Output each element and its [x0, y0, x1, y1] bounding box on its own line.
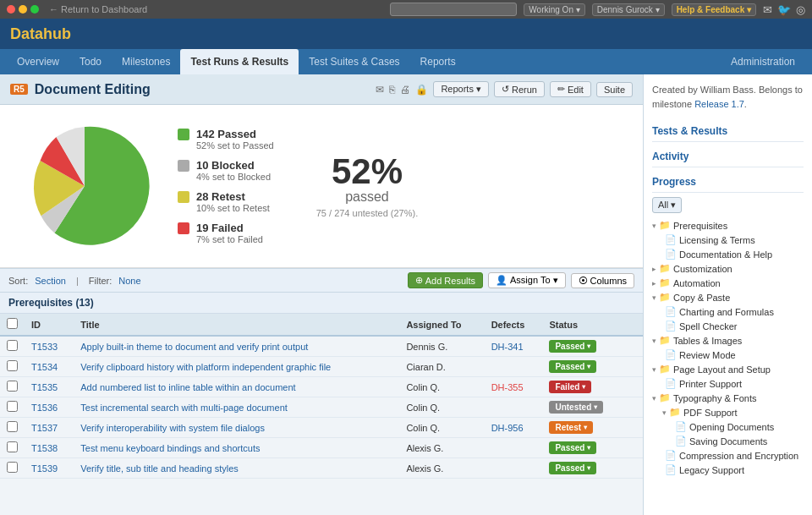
table-row: T1534 Verify clipboard history with plat… [0, 357, 643, 377]
row-title: Verify clipboard history with platform i… [74, 357, 399, 377]
mail-icon[interactable]: ✉ [763, 3, 772, 16]
tree-filter-all[interactable]: All ▾ [652, 197, 682, 213]
tests-results-section[interactable]: Tests & Results [652, 121, 804, 142]
tree-item[interactable]: 📄Legacy Support [652, 463, 804, 477]
tree-item[interactable]: 📄Charting and Formulas [652, 304, 804, 319]
add-results-button[interactable]: ⊕ Add Results [408, 272, 483, 288]
user-menu-button[interactable]: Dennis Gurock ▾ [592, 3, 665, 16]
nav-bar: Overview Todo Milestones Test Runs & Res… [0, 49, 812, 74]
search-bar[interactable] [390, 3, 517, 16]
col-title: Title [74, 314, 399, 336]
tab-todo[interactable]: Todo [69, 49, 112, 74]
row-status: Passed ▾ [542, 357, 626, 377]
tab-overview[interactable]: Overview [7, 49, 69, 74]
legend-retest-text: 28 Retest 10% set to Retest [196, 190, 270, 213]
blocked-color [178, 160, 189, 172]
panel-info: Created by William Bass. Belongs to mile… [652, 83, 804, 111]
help-feedback-button[interactable]: Help & Feedback ▾ [672, 3, 756, 16]
filter-value[interactable]: None [118, 276, 140, 286]
tree-item[interactable]: ▸📁Automation [652, 276, 804, 290]
tree-item[interactable]: 📄Licensing & Terms [652, 233, 804, 247]
col-checkbox [0, 314, 25, 336]
row-action [626, 357, 643, 377]
tree-item[interactable]: ▾📁Copy & Paste [652, 290, 804, 304]
tree-item[interactable]: 📄Opening Documents [652, 419, 804, 434]
tab-test-runs[interactable]: Test Runs & Results [180, 49, 299, 74]
back-link[interactable]: ← Return to Dashboard [49, 4, 147, 14]
col-defects: Defects [485, 314, 543, 336]
row-id: T1535 [25, 377, 74, 397]
table-row: T1533 Apply built-in theme to document a… [0, 336, 643, 357]
row-title: Test incremental search with multi-page … [74, 397, 399, 418]
tree-item[interactable]: 📄Saving Documents [652, 434, 804, 448]
row-checkbox[interactable] [0, 438, 25, 458]
lock-icon[interactable]: 🔒 [415, 84, 428, 96]
tree-item[interactable]: ▾📁Tables & Images [652, 333, 804, 348]
tree-item[interactable]: 📄Printer Support [652, 376, 804, 391]
row-defects [485, 397, 543, 418]
tree-item[interactable]: ▾📁Page Layout and Setup [652, 362, 804, 376]
minimize-dot[interactable] [19, 5, 27, 14]
col-actions [626, 314, 643, 336]
app-title: Datahub [10, 25, 71, 43]
main-content: R5 Document Editing ✉ ⎘ 🖨 🔒 Reports ▾ ↺ … [0, 74, 812, 515]
tree-item[interactable]: 📄Documentation & Help [652, 247, 804, 261]
row-checkbox[interactable] [0, 336, 25, 357]
row-defects [485, 438, 543, 458]
activity-section[interactable]: Activity [652, 146, 804, 167]
search-input[interactable] [394, 5, 513, 14]
row-checkbox[interactable] [0, 357, 25, 377]
legend-blocked-text: 10 Blocked 4% set to Blocked [196, 159, 271, 182]
doc-badge: R5 [10, 84, 28, 95]
row-assigned: Alexis G. [399, 438, 484, 458]
tree-item[interactable]: ▾📁Typography & Fonts [652, 391, 804, 405]
row-checkbox[interactable] [0, 418, 25, 438]
tree-item[interactable]: ▸📁Customization [652, 261, 804, 276]
row-defects: DH-956 [485, 418, 543, 438]
rss-icon[interactable]: ◎ [796, 3, 805, 16]
row-defects: DH-341 [485, 336, 543, 357]
row-id: T1536 [25, 397, 74, 418]
working-on-button[interactable]: Working On ▾ [524, 3, 584, 16]
rerun-button[interactable]: ↺ Rerun [494, 81, 545, 97]
row-title: Apply built-in theme to document and ver… [74, 336, 399, 357]
row-id: T1537 [25, 418, 74, 438]
col-id: ID [25, 314, 74, 336]
close-dot[interactable] [7, 5, 15, 14]
row-defects [485, 458, 543, 479]
row-checkbox[interactable] [0, 397, 25, 418]
progress-section[interactable]: Progress [652, 172, 804, 193]
edit-button[interactable]: ✏ Edit [550, 81, 591, 97]
progress-tree: All ▾ ▾📁Prerequisites📄Licensing & Terms📄… [652, 197, 804, 477]
row-id: T1539 [25, 458, 74, 479]
tab-test-suites[interactable]: Test Suites & Cases [299, 49, 409, 74]
stats-label: passed [316, 189, 418, 205]
tree-item[interactable]: 📄Spell Checker [652, 319, 804, 333]
assign-to-button[interactable]: 👤 Assign To ▾ [488, 272, 566, 288]
tab-milestones[interactable]: Milestones [112, 49, 180, 74]
tree-item[interactable]: ▾📁PDF Support [652, 405, 804, 419]
twitter-icon[interactable]: 🐦 [777, 3, 791, 16]
select-all-checkbox[interactable] [7, 318, 18, 329]
tree-item[interactable]: ▾📁Prerequisites [652, 218, 804, 233]
copy-icon[interactable]: ⎘ [389, 84, 395, 96]
email-icon[interactable]: ✉ [376, 84, 384, 96]
reports-button[interactable]: Reports ▾ [433, 81, 489, 97]
tree-item[interactable]: 📄Compression and Encryption [652, 448, 804, 463]
legend-passed: 142 Passed 52% set to Passed [178, 128, 274, 151]
tab-reports[interactable]: Reports [410, 49, 466, 74]
suite-button[interactable]: Suite [596, 82, 633, 97]
release-link[interactable]: Release 1.7 [694, 99, 744, 109]
pipe-separator: | [76, 276, 79, 286]
tree-item[interactable]: 📄Review Mode [652, 348, 804, 362]
sort-value[interactable]: Section [35, 276, 66, 286]
print-icon[interactable]: 🖨 [400, 84, 410, 96]
row-checkbox[interactable] [0, 458, 25, 479]
maximize-dot[interactable] [30, 5, 39, 14]
row-id: T1534 [25, 357, 74, 377]
row-checkbox[interactable] [0, 377, 25, 397]
columns-button[interactable]: ⦿ Columns [571, 273, 634, 288]
row-status: Passed ▾ [542, 336, 626, 357]
row-action [626, 336, 643, 357]
admin-link[interactable]: Administration [721, 51, 805, 73]
